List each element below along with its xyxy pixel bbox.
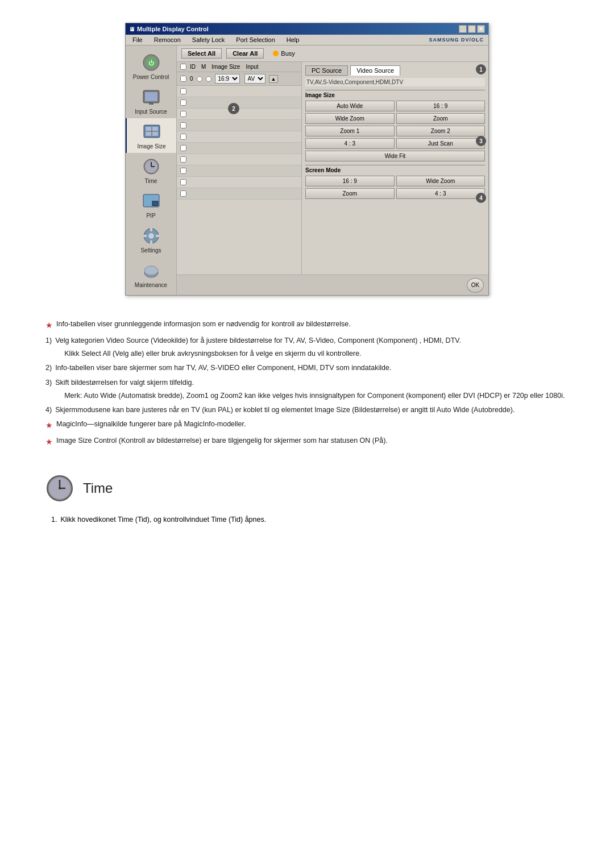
menu-file[interactable]: File (130, 36, 145, 44)
table-row (177, 143, 301, 154)
time-text-1: Klikk hovedikonet Time (Tid), og kontrol… (60, 514, 569, 526)
table-row (177, 120, 301, 131)
menu-bar: File Remocon Safety Lock Port Selection … (126, 35, 488, 45)
app-content: ⏻ Power Control Input Source (126, 45, 488, 295)
image-size-buttons: Auto Wide 16 : 9 Wide Zoom Zoom Zoom 1 Z… (305, 101, 485, 161)
wide-fit-button[interactable]: Wide Fit (305, 151, 485, 161)
16-9-button[interactable]: 16 : 9 (396, 101, 486, 111)
menu-help[interactable]: Help (284, 36, 302, 44)
close-button[interactable]: ✕ (477, 25, 485, 33)
note-text-2: Info-tabellen viser bare skjermer som ha… (55, 362, 569, 374)
right-panel: 1 PC Source Video Source TV,AV,S-Video,C… (302, 62, 488, 275)
main-area: Select All Clear All Busy ID M (177, 45, 488, 295)
screen-mode-section-label: Screen Mode (305, 165, 485, 173)
image-size-icon (142, 122, 162, 142)
ok-button[interactable]: OK (467, 278, 484, 293)
row-checkbox[interactable] (180, 179, 186, 185)
note-item-1: 1) Velg kategorien Video Source (Videoki… (45, 335, 569, 360)
input-source-icon (141, 87, 161, 107)
time-num-1: 1. (51, 514, 57, 526)
row-checkbox[interactable] (180, 168, 186, 174)
pc-source-tab[interactable]: PC Source (305, 65, 348, 76)
filter-radio-2[interactable] (206, 76, 211, 82)
menu-safety-lock[interactable]: Safety Lock (190, 36, 227, 44)
note-text-4: Skjermmodusene kan bare justeres når en … (55, 404, 569, 416)
time-notes: 1. Klikk hovedikonet Time (Tid), og kont… (45, 514, 569, 526)
sidebar-item-power-control[interactable]: ⏻ Power Control (126, 49, 176, 84)
busy-dot (273, 51, 279, 56)
window-title: Multiple Display Control (137, 26, 209, 32)
col-input: Input (246, 64, 258, 70)
notes-section: ★ Info-tabellen viser grunnleggende info… (34, 313, 580, 457)
power-icon: ⏻ (141, 52, 161, 73)
svg-point-17 (148, 233, 154, 239)
menu-items: File Remocon Safety Lock Port Selection … (130, 36, 301, 44)
svg-rect-4 (145, 92, 157, 101)
col-m: M (201, 64, 206, 70)
svg-rect-15 (152, 201, 158, 206)
star-note-2: ★ MagicInfo—signalkilde fungerer bare på… (45, 418, 569, 433)
svg-rect-21 (156, 235, 159, 237)
note-subtext-3: Merk: Auto Wide (Automatisk bredde), Zoo… (55, 390, 569, 402)
zoom1-button[interactable]: Zoom 1 (305, 126, 395, 136)
source-tabs: PC Source Video Source (305, 65, 485, 76)
row-checkbox[interactable] (180, 134, 186, 140)
svg-point-28 (59, 487, 61, 489)
4-3-button[interactable]: 4 : 3 (305, 138, 395, 149)
zoom2-button[interactable]: Zoom 2 (396, 126, 486, 136)
star-text-3: Image Size Control (Kontroll av bildestø… (56, 435, 388, 447)
badge-4: 4 (476, 193, 486, 203)
screen-wide-zoom-button[interactable]: Wide Zoom (396, 176, 486, 186)
table-row (177, 86, 301, 97)
header-checkbox[interactable] (180, 64, 186, 70)
sidebar-label-maintenance: Maintenance (135, 282, 167, 288)
screen-4-3-button[interactable]: 4 : 3 (396, 188, 486, 199)
table-rows: 2 (177, 86, 301, 200)
select-all-button[interactable]: Select All (181, 48, 222, 59)
clear-all-button[interactable]: Clear All (226, 48, 264, 59)
row-checkbox[interactable] (180, 145, 186, 151)
col-image-size: Image Size (211, 64, 240, 70)
row-checkbox[interactable] (180, 122, 186, 128)
sidebar-item-pip[interactable]: PIP (126, 188, 176, 222)
note-item-2: 2) Info-tabellen viser bare skjermer som… (45, 362, 569, 374)
minimize-button[interactable]: _ (459, 25, 467, 33)
maximize-button[interactable]: □ (468, 25, 476, 33)
page-wrapper: 🖥 Multiple Display Control _ □ ✕ File Re… (0, 0, 614, 562)
samsung-logo: SAMSUNG DV/OLC (429, 37, 484, 43)
video-source-tab[interactable]: Video Source (350, 65, 400, 76)
input-select[interactable]: AV (244, 74, 265, 84)
row-checkbox[interactable] (180, 190, 186, 197)
sidebar-item-maintenance[interactable]: Maintenance (126, 257, 176, 292)
sidebar-item-input-source[interactable]: Input Source (126, 84, 176, 118)
sidebar-item-image-size[interactable]: Image Size (126, 118, 176, 153)
wide-zoom-button[interactable]: Wide Zoom (305, 113, 395, 124)
row-checkbox[interactable] (180, 156, 186, 163)
svg-rect-19 (150, 240, 152, 244)
menu-remocon[interactable]: Remocon (152, 36, 183, 44)
row-checkbox[interactable] (180, 111, 186, 117)
table-row (177, 131, 301, 143)
input-arrow[interactable]: ▲ (269, 75, 279, 83)
filter-checkbox-1[interactable] (180, 76, 186, 82)
svg-text:⏻: ⏻ (148, 60, 154, 66)
star-icon-1: ★ (45, 319, 53, 333)
sidebar-item-settings[interactable]: Settings (126, 222, 176, 257)
filter-radio-1[interactable] (197, 76, 202, 82)
screen-zoom-button[interactable]: Zoom (305, 188, 395, 199)
row-checkbox[interactable] (180, 88, 186, 94)
time-icon-sidebar (141, 156, 161, 177)
source-subtitle: TV,AV,S-Video,Component,HDMI,DTV (305, 78, 485, 86)
screen-16-9-button[interactable]: 16 : 9 (305, 176, 395, 186)
zoom-button[interactable]: Zoom (396, 113, 486, 124)
auto-wide-button[interactable]: Auto Wide (305, 101, 395, 111)
just-scan-button[interactable]: Just Scan (396, 138, 486, 149)
sidebar-label-imagesize: Image Size (137, 143, 165, 149)
time-section: Time 1. Klikk hovedikonet Time (Tid), og… (34, 457, 580, 539)
image-size-section-label: Image Size (305, 90, 485, 98)
sidebar-item-time[interactable]: Time (126, 153, 176, 188)
image-size-select[interactable]: 16:9 (215, 74, 240, 84)
table-row (177, 165, 301, 177)
row-checkbox[interactable] (180, 99, 186, 106)
menu-port-selection[interactable]: Port Selection (234, 36, 277, 44)
